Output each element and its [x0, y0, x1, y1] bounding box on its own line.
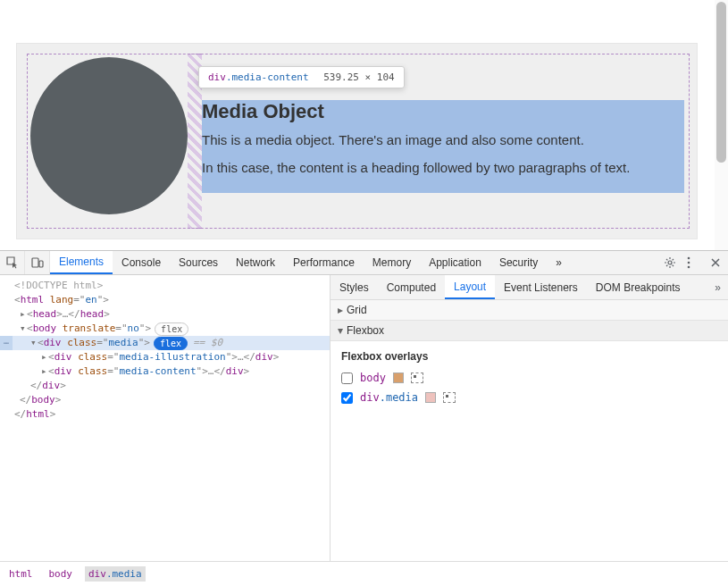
tab-elements[interactable]: Elements — [50, 251, 113, 274]
overlay-color-swatch-body[interactable] — [393, 373, 404, 383]
svg-point-5 — [688, 266, 690, 269]
dom-body-open[interactable]: ▾<body translate="no">flex — [0, 322, 330, 336]
dom-tree-panel[interactable]: <!DOCTYPE html> <html lang="en"> ▸<head>… — [0, 275, 331, 561]
tab-console[interactable]: Console — [113, 251, 170, 274]
dom-html-open[interactable]: <html lang="en"> — [0, 293, 330, 307]
media-illustration-circle — [30, 57, 188, 214]
subtab-event-listeners[interactable]: Event Listeners — [495, 275, 587, 299]
kebab-menu-icon[interactable] — [687, 256, 701, 269]
svg-rect-1 — [39, 261, 43, 267]
flex-badge-media[interactable]: flex — [154, 337, 188, 350]
subtab-more[interactable]: » — [707, 275, 728, 299]
scrollbar-thumb[interactable] — [716, 2, 726, 163]
sidebar-subtabs: Styles Computed Layout Event Listeners D… — [331, 275, 728, 300]
svg-rect-0 — [32, 258, 38, 267]
subtab-computed[interactable]: Computed — [378, 275, 445, 299]
tab-sources[interactable]: Sources — [170, 251, 227, 274]
overlay-checkbox-body[interactable] — [341, 373, 353, 384]
overlay-selector-media[interactable]: div.media — [360, 391, 418, 404]
dom-div-media-illustration[interactable]: ▸<div class="media-illustration">…</div> — [0, 350, 330, 364]
dom-div-media-close[interactable]: </div> — [0, 379, 330, 393]
subtab-styles[interactable]: Styles — [331, 275, 378, 299]
dom-doctype[interactable]: <!DOCTYPE html> — [0, 279, 330, 293]
chevron-right-icon: ▸ — [338, 304, 347, 316]
tab-performance[interactable]: Performance — [284, 251, 364, 274]
dom-html-close[interactable]: </html> — [0, 407, 330, 422]
layout-section-flexbox[interactable]: ▾ Flexbox — [331, 321, 728, 341]
layout-flexbox-label: Flexbox — [347, 324, 384, 337]
tooltip-classname: .media-content — [226, 71, 309, 83]
breadcrumb-body[interactable]: body — [46, 566, 77, 582]
svg-point-2 — [668, 261, 672, 264]
flexbox-overlays-title: Flexbox overlays — [341, 350, 717, 363]
preview-scrollbar[interactable] — [715, 0, 728, 250]
subtab-dom-breakpoints[interactable]: DOM Breakpoints — [587, 275, 690, 299]
subtab-layout[interactable]: Layout — [445, 275, 495, 299]
tooltip-dimensions: 539.25 × 104 — [323, 71, 394, 83]
devtools-body: <!DOCTYPE html> <html lang="en"> ▸<head>… — [0, 275, 728, 561]
dom-head[interactable]: ▸<head>…</head> — [0, 307, 330, 322]
flex-badge-body[interactable]: flex — [155, 322, 188, 336]
layout-grid-label: Grid — [347, 304, 367, 316]
flexbox-overlays-panel: Flexbox overlays body div.media — [331, 341, 728, 420]
overlay-highlight-icon[interactable] — [443, 392, 456, 403]
dom-div-media-content[interactable]: ▸<div class="media-content">…</div> — [0, 364, 330, 379]
flexbox-overlay-row-media: div.media — [341, 391, 717, 404]
tab-memory[interactable]: Memory — [364, 251, 420, 274]
media-paragraph-2: In this case, the content is a heading f… — [202, 160, 684, 175]
page-preview: Media Object This is a media object. The… — [0, 0, 728, 251]
overlay-checkbox-media[interactable] — [341, 392, 353, 404]
breadcrumb-div-media[interactable]: div.media — [85, 566, 146, 582]
devtools-main-toolbar: Elements Console Sources Network Perform… — [0, 251, 728, 275]
breadcrumb-html[interactable]: html — [5, 566, 37, 582]
devtools-toolbar-right — [660, 251, 728, 274]
device-toolbar-icon[interactable] — [25, 251, 50, 274]
media-content: Media Object This is a media object. The… — [202, 100, 684, 193]
styles-sidebar: Styles Computed Layout Event Listeners D… — [331, 275, 728, 561]
media-paragraph-1: This is a media object. There's an image… — [202, 132, 684, 147]
tab-security[interactable]: Security — [490, 251, 547, 274]
overlay-color-swatch-media[interactable] — [425, 392, 436, 403]
overlay-selector-body[interactable]: body — [360, 372, 386, 384]
tab-network[interactable]: Network — [227, 251, 284, 274]
inspect-element-icon[interactable] — [0, 251, 25, 274]
settings-icon[interactable] — [664, 256, 678, 269]
tooltip-tagname: div — [208, 71, 226, 83]
media-heading: Media Object — [202, 100, 684, 123]
dom-body-close[interactable]: </body> — [0, 393, 330, 407]
dom-gutter-ellipsis[interactable]: ⋯ — [0, 336, 13, 350]
devtools-panel-tabs: Elements Console Sources Network Perform… — [50, 251, 660, 274]
layout-section-grid[interactable]: ▸ Grid — [331, 300, 728, 321]
overlay-highlight-icon[interactable] — [411, 373, 423, 383]
inspect-tooltip: div.media-content 539.25 × 104 — [198, 66, 405, 88]
dom-div-media[interactable]: ⋯▾<div class="media">flex== $0 — [0, 336, 330, 350]
chevron-down-icon: ▾ — [338, 324, 347, 337]
svg-point-3 — [688, 257, 690, 260]
tab-application[interactable]: Application — [420, 251, 490, 274]
flexbox-overlay-row-body: body — [341, 372, 717, 384]
svg-point-4 — [688, 262, 690, 264]
dom-breadcrumb: html body div.media — [0, 561, 728, 585]
close-devtools-icon[interactable] — [710, 257, 724, 268]
dom-eq0: == $0 — [193, 337, 222, 348]
tab-more[interactable]: » — [547, 251, 571, 274]
